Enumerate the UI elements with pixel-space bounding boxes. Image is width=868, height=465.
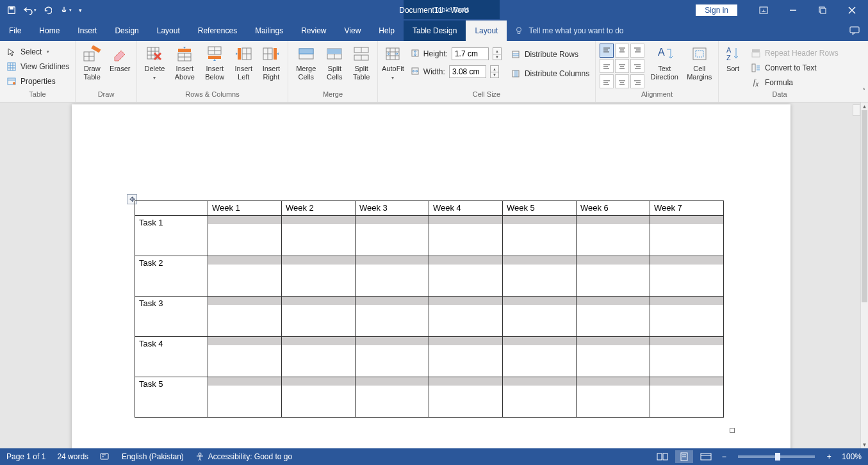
insert-above-button[interactable]: Insert Above (171, 44, 199, 81)
formula-button[interactable]: fx Formula (748, 76, 841, 90)
cell-margins-button[interactable]: Cell Margins (685, 44, 715, 81)
table-header-cell[interactable]: Week 5 (503, 201, 577, 216)
table-cell[interactable]: Task 3 (135, 297, 208, 337)
table-cell[interactable] (356, 216, 429, 256)
table-cell[interactable] (282, 216, 356, 256)
merge-cells-button[interactable]: Merge Cells (292, 44, 320, 81)
table-header-cell[interactable]: Week 3 (356, 201, 429, 216)
align-top-left[interactable] (600, 44, 614, 58)
tell-me-search[interactable]: Tell me what you want to do (507, 20, 631, 41)
table-cell[interactable]: Task 2 (135, 256, 208, 297)
text-direction-button[interactable]: A Text Direction (650, 44, 680, 81)
tab-references[interactable]: References (189, 20, 246, 41)
table-header-cell[interactable] (135, 201, 208, 216)
table-cell[interactable] (208, 216, 282, 256)
insert-right-button[interactable]: Insert Right (259, 44, 284, 81)
accessibility-status[interactable]: Accessibility: Good to go (195, 452, 292, 461)
table-cell[interactable] (503, 256, 577, 297)
maximize-button[interactable] (808, 0, 837, 20)
table-cell[interactable] (356, 256, 429, 297)
word-count-status[interactable]: 24 words (57, 452, 88, 461)
ribbon-display-options-button[interactable] (749, 0, 778, 20)
height-down[interactable]: ▼ (493, 54, 502, 60)
repeat-header-rows-button[interactable]: Repeat Header Rows (748, 46, 841, 60)
print-layout-button[interactable] (675, 450, 693, 463)
table-cell[interactable] (650, 216, 724, 256)
table-cell[interactable] (208, 256, 282, 297)
width-up[interactable]: ▲ (490, 65, 499, 72)
delete-button[interactable]: Delete ▾ (141, 44, 168, 81)
table-cell[interactable] (356, 377, 429, 418)
spell-check-status[interactable] (100, 452, 110, 462)
document-page[interactable]: ✥ Week 1 Week 2 Week 3 Week 4 Week 5 Wee… (72, 104, 790, 448)
table-cell[interactable] (577, 256, 650, 297)
tab-view[interactable]: View (336, 20, 370, 41)
insert-below-button[interactable]: Insert Below (201, 44, 229, 81)
table-header-cell[interactable]: Week 1 (208, 201, 282, 216)
redo-button[interactable] (40, 3, 55, 18)
tab-design[interactable]: Design (106, 20, 147, 41)
undo-button[interactable]: ▾ (22, 3, 37, 18)
table-cell[interactable] (503, 337, 577, 377)
table-cell[interactable] (356, 337, 429, 377)
scroll-down-button[interactable]: ▼ (861, 441, 868, 448)
col-width-input[interactable] (449, 65, 486, 78)
tab-insert[interactable]: Insert (69, 20, 106, 41)
table-cell[interactable] (282, 377, 356, 418)
table-cell[interactable]: Task 5 (135, 377, 208, 418)
select-button[interactable]: Select ▾ (4, 45, 52, 59)
page-number-status[interactable]: Page 1 of 1 (6, 452, 45, 461)
table-cell[interactable] (577, 377, 650, 418)
table-cell[interactable] (503, 377, 577, 418)
align-bottom-center[interactable] (615, 74, 629, 88)
table-cell[interactable] (282, 256, 356, 297)
zoom-out-button[interactable]: − (719, 452, 729, 461)
table-cell[interactable] (282, 297, 356, 337)
table-cell[interactable] (429, 377, 503, 418)
zoom-in-button[interactable]: + (824, 452, 834, 461)
table-cell[interactable] (429, 216, 503, 256)
autofit-button[interactable]: AutoFit ▾ (382, 44, 404, 81)
read-mode-button[interactable] (653, 450, 671, 463)
vertical-scrollbar[interactable]: ▲ ▼ (860, 102, 868, 448)
web-layout-button[interactable] (697, 450, 715, 463)
sign-in-button[interactable]: Sign in (696, 4, 737, 16)
minimize-button[interactable] (778, 0, 808, 20)
table-cell[interactable]: Task 1 (135, 216, 208, 256)
table-cell[interactable] (356, 297, 429, 337)
table-cell[interactable] (577, 297, 650, 337)
table-cell[interactable]: Task 4 (135, 337, 208, 377)
properties-button[interactable]: Properties (4, 74, 58, 88)
align-bottom-right[interactable] (630, 74, 644, 88)
table-cell[interactable] (208, 297, 282, 337)
table-cell[interactable] (503, 297, 577, 337)
tab-table-layout[interactable]: Layout (466, 20, 507, 41)
align-middle-center[interactable] (615, 59, 629, 73)
tab-help[interactable]: Help (370, 20, 404, 41)
table-cell[interactable] (503, 216, 577, 256)
table-cell[interactable] (650, 297, 724, 337)
zoom-slider-knob[interactable] (775, 453, 780, 461)
table-cell[interactable] (429, 297, 503, 337)
scroll-up-button[interactable]: ▲ (861, 102, 868, 110)
height-up[interactable]: ▲ (493, 47, 502, 54)
width-down[interactable]: ▼ (490, 72, 499, 78)
touch-mode-button[interactable]: ▾ (58, 3, 73, 18)
sort-button[interactable]: AZ Sort (723, 44, 743, 73)
row-height-input[interactable] (452, 47, 489, 60)
table-cell[interactable] (650, 337, 724, 377)
save-button[interactable] (4, 3, 19, 18)
table-cell[interactable] (577, 337, 650, 377)
align-middle-left[interactable] (600, 59, 614, 73)
scroll-thumb[interactable] (862, 110, 867, 302)
table-cell[interactable] (577, 216, 650, 256)
insert-left-button[interactable]: Insert Left (231, 44, 256, 81)
document-table[interactable]: Week 1 Week 2 Week 3 Week 4 Week 5 Week … (135, 200, 724, 418)
eraser-button[interactable]: Eraser (108, 44, 133, 73)
split-cells-button[interactable]: Split Cells (322, 44, 347, 81)
language-status[interactable]: English (Pakistan) (122, 452, 184, 461)
zoom-level[interactable]: 100% (842, 452, 862, 461)
qat-customize-button[interactable]: ▾ (76, 3, 85, 18)
table-header-cell[interactable]: Week 6 (577, 201, 650, 216)
table-cell[interactable] (208, 377, 282, 418)
